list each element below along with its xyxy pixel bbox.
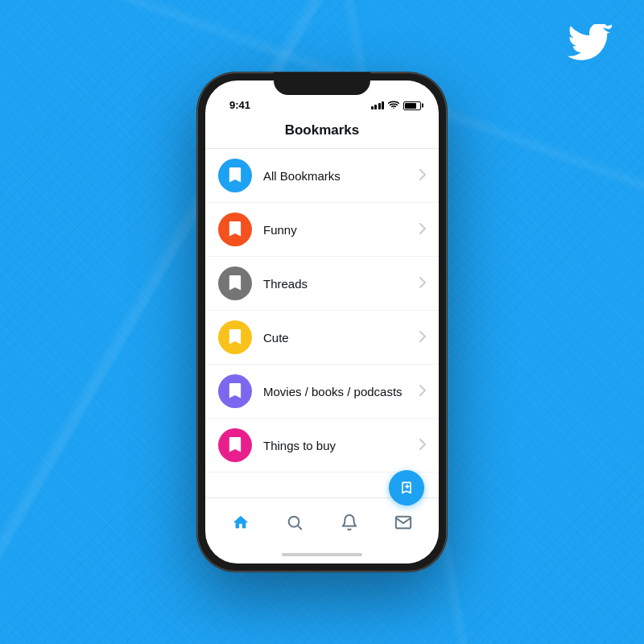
phone: 9:41 bbox=[197, 72, 447, 572]
bookmark-icon-cute bbox=[218, 320, 252, 354]
bookmark-icon-movies-books-podcasts bbox=[218, 374, 252, 408]
bookmark-label-funny: Funny bbox=[263, 223, 419, 237]
status-icons bbox=[371, 100, 422, 111]
screen-content: Bookmarks All Bookmarks Funny Threads Cu… bbox=[205, 116, 439, 497]
home-indicator bbox=[205, 546, 439, 564]
nav-home[interactable] bbox=[225, 507, 256, 538]
chevron-right-icon bbox=[419, 169, 426, 183]
bookmark-item-cute[interactable]: Cute bbox=[205, 311, 439, 365]
bookmark-item-movies-books-podcasts[interactable]: Movies / books / podcasts bbox=[205, 365, 439, 419]
bookmark-label-things-to-buy: Things to buy bbox=[263, 439, 419, 452]
svg-line-2 bbox=[298, 526, 301, 529]
battery-icon bbox=[403, 101, 421, 110]
status-time: 9:41 bbox=[223, 99, 250, 111]
wifi-icon bbox=[388, 100, 399, 111]
page-header: Bookmarks bbox=[205, 116, 439, 149]
bookmark-icon-funny bbox=[218, 213, 252, 246]
bookmark-icon-threads bbox=[218, 266, 252, 300]
nav-search[interactable] bbox=[279, 507, 310, 538]
bookmark-item-threads[interactable]: Threads bbox=[205, 257, 439, 311]
twitter-logo bbox=[568, 24, 612, 68]
chevron-right-icon bbox=[419, 331, 426, 345]
bookmark-item-funny[interactable]: Funny bbox=[205, 203, 439, 257]
bookmark-label-threads: Threads bbox=[263, 277, 419, 291]
bookmark-item-all-bookmarks[interactable]: All Bookmarks bbox=[205, 149, 439, 203]
bookmark-label-cute: Cute bbox=[263, 331, 419, 345]
bookmark-label-all-bookmarks: All Bookmarks bbox=[263, 169, 419, 183]
bookmark-icon-things-to-buy bbox=[218, 428, 252, 462]
add-bookmark-fab[interactable] bbox=[389, 470, 424, 506]
signal-icon bbox=[371, 101, 385, 109]
bookmark-item-things-to-buy[interactable]: Things to buy bbox=[205, 419, 439, 473]
bookmark-label-movies-books-podcasts: Movies / books / podcasts bbox=[263, 385, 419, 398]
svg-point-0 bbox=[393, 107, 394, 108]
chevron-right-icon bbox=[419, 223, 426, 237]
chevron-right-icon bbox=[419, 385, 426, 398]
chevron-right-icon bbox=[419, 277, 426, 291]
nav-notifications[interactable] bbox=[334, 507, 365, 538]
nav-messages[interactable] bbox=[388, 507, 419, 538]
bookmarks-list: All Bookmarks Funny Threads Cute Movies … bbox=[205, 149, 439, 497]
chevron-right-icon bbox=[419, 439, 426, 452]
bookmark-icon-all-bookmarks bbox=[218, 159, 252, 192]
notch bbox=[274, 72, 370, 95]
page-title: Bookmarks bbox=[285, 122, 360, 138]
